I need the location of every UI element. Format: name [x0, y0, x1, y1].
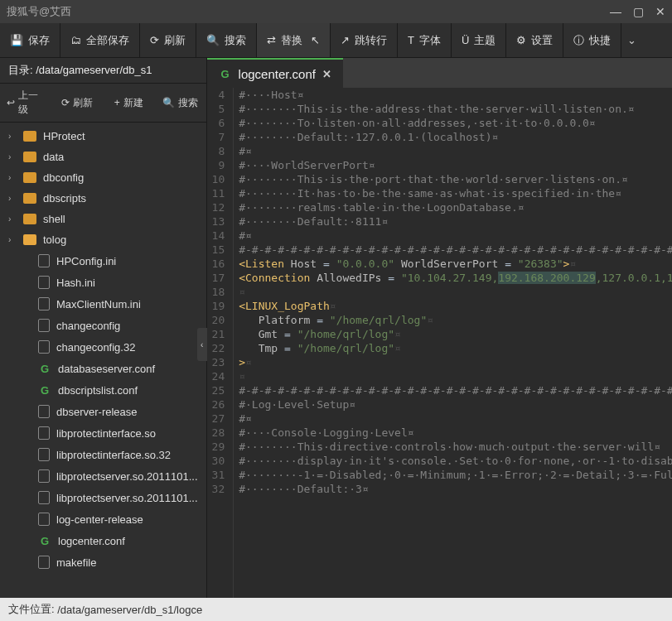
- file-icon: [38, 340, 50, 354]
- save-button[interactable]: 💾保存: [0, 23, 60, 57]
- current-directory: 目录: /data/gameserver/db_s1: [0, 58, 206, 83]
- jump-button[interactable]: ↗跳转行: [331, 23, 398, 57]
- code-content[interactable]: #····Host¤#········This·is·the·address·t…: [234, 88, 672, 598]
- tree-file[interactable]: Gdbscriptslist.conf: [0, 379, 206, 401]
- tree-folder[interactable]: ›data: [0, 147, 206, 167]
- tree-item-label: HProtect: [43, 130, 85, 142]
- theme-button[interactable]: Ü主题: [452, 23, 506, 57]
- tree-item-label: changeconfig.32: [56, 341, 135, 354]
- file-tree[interactable]: ›HProtect›data›dbconfig›dbscripts›shell›…: [0, 123, 206, 598]
- tree-file[interactable]: changeconfig.32: [0, 336, 206, 358]
- font-button[interactable]: T字体: [398, 23, 452, 57]
- replace-icon: ⇄: [267, 34, 276, 46]
- tree-file[interactable]: dbserver-release: [0, 401, 206, 422]
- tab-close-icon[interactable]: ✕: [322, 68, 331, 80]
- tab-logcenter[interactable]: G logcenter.conf ✕: [207, 58, 343, 88]
- statusbar: 文件位置: /data/gameserver/db_s1/logce: [0, 598, 672, 621]
- code-editor[interactable]: 4567891011121314151617181920212223242526…: [207, 88, 672, 598]
- conf-file-icon: G: [38, 383, 51, 397]
- tree-file[interactable]: libprotectserver.so.2011101...: [0, 465, 206, 487]
- file-icon: [38, 426, 50, 440]
- tree-file[interactable]: MaxClientNum.ini: [0, 293, 206, 315]
- plus-icon: +: [114, 97, 120, 108]
- explorer-search-button[interactable]: 🔍搜索: [154, 84, 205, 122]
- tree-file[interactable]: libprotectinterface.so: [0, 422, 206, 444]
- tree-item-label: data: [43, 151, 64, 163]
- sidebar-collapse-handle[interactable]: ‹: [197, 328, 207, 361]
- save-all-button[interactable]: 🗂全部保存: [60, 23, 140, 57]
- tree-file[interactable]: Glogcenter.conf: [0, 530, 206, 551]
- conf-file-icon: G: [38, 534, 51, 547]
- tree-item-label: changeconfig: [56, 320, 120, 332]
- shortcut-icon: ⓘ: [573, 33, 584, 48]
- editor-pane: ‹ G logcenter.conf ✕ 4567891011121314151…: [207, 58, 672, 598]
- minimize-icon[interactable]: —: [610, 5, 621, 18]
- tree-folder[interactable]: ›shell: [0, 209, 206, 229]
- file-icon: [38, 513, 50, 526]
- explorer-refresh-button[interactable]: ⟳刷新: [51, 84, 103, 122]
- toolbar-overflow-button[interactable]: ⌄: [621, 23, 641, 57]
- folder-icon: [23, 172, 36, 183]
- close-icon[interactable]: ✕: [655, 5, 665, 18]
- tree-folder[interactable]: ›HProtect: [0, 126, 206, 147]
- tree-item-label: databaseserver.conf: [58, 363, 155, 375]
- tree-folder[interactable]: ›dbscripts: [0, 188, 206, 209]
- tree-file[interactable]: Hash.ini: [0, 272, 206, 293]
- file-icon: [38, 491, 50, 504]
- tab-label: logcenter.conf: [239, 67, 316, 81]
- file-icon: [38, 448, 50, 461]
- tree-file[interactable]: HPConfig.ini: [0, 250, 206, 272]
- conf-file-icon: G: [219, 67, 232, 80]
- search-icon: 🔍: [162, 97, 175, 108]
- folder-icon: [23, 152, 36, 162]
- folder-icon: [23, 193, 36, 204]
- tree-item-label: MaxClientNum.ini: [56, 298, 141, 310]
- caret-icon: ›: [8, 194, 17, 203]
- caret-icon: ›: [8, 132, 17, 141]
- tree-item-label: dbserver-release: [56, 406, 138, 418]
- tree-file[interactable]: Gdatabaseserver.conf: [0, 358, 206, 379]
- up-icon: ↩: [7, 97, 15, 108]
- tree-item-label: libprotectinterface.so: [56, 427, 156, 440]
- file-icon: [38, 297, 50, 310]
- tree-file[interactable]: libprotectserver.so.2011101...: [0, 487, 206, 508]
- conf-file-icon: G: [38, 362, 51, 375]
- tree-file[interactable]: libprotectinterface.so.32: [0, 444, 206, 465]
- caret-icon: ›: [8, 235, 17, 244]
- tree-item-label: libprotectserver.so.2011101...: [56, 470, 198, 483]
- up-level-button[interactable]: ↩上一级: [0, 84, 51, 122]
- tree-folder[interactable]: ›dbconfig: [0, 167, 206, 188]
- refresh-icon: ⟳: [61, 97, 70, 108]
- shortcuts-button[interactable]: ⓘ快捷: [563, 23, 621, 57]
- tree-item-label: shell: [43, 213, 65, 225]
- tree-item-label: libprotectinterface.so.32: [56, 449, 171, 461]
- tab-bar: G logcenter.conf ✕: [207, 58, 672, 88]
- tree-file[interactable]: changeconfig: [0, 315, 206, 336]
- settings-button[interactable]: ⚙设置: [506, 23, 563, 57]
- directory-path: /data/gameserver/db_s1: [36, 64, 152, 76]
- tree-folder[interactable]: ›tolog: [0, 229, 206, 250]
- tree-item-label: dbconfig: [43, 171, 84, 184]
- tree-file[interactable]: makefile: [0, 551, 206, 573]
- search-button[interactable]: 🔍搜索: [196, 23, 257, 57]
- caret-icon: ›: [8, 152, 17, 161]
- refresh-button[interactable]: ⟳刷新: [140, 23, 196, 57]
- file-icon: [38, 469, 50, 483]
- tree-item-label: makefile: [56, 556, 96, 569]
- gear-icon: ⚙: [516, 34, 526, 46]
- tree-file[interactable]: log-center-release: [0, 508, 206, 530]
- status-path: /data/gameserver/db_s1/logce: [57, 604, 202, 616]
- search-icon: 🔍: [206, 34, 220, 46]
- folder-icon: [23, 131, 36, 142]
- tree-item-label: dbscripts: [43, 192, 86, 205]
- file-explorer: 目录: /data/gameserver/db_s1 ↩上一级 ⟳刷新 +新建 …: [0, 58, 207, 598]
- font-icon: T: [408, 34, 414, 46]
- tree-item-label: tolog: [43, 233, 66, 246]
- replace-button[interactable]: ⇄替换↖: [257, 23, 331, 57]
- maximize-icon[interactable]: ▢: [633, 5, 644, 18]
- tree-item-label: logcenter.conf: [58, 535, 125, 547]
- file-icon: [38, 276, 50, 289]
- folder-icon: [23, 234, 36, 245]
- new-button[interactable]: +新建: [103, 84, 154, 122]
- window-controls: — ▢ ✕: [610, 5, 665, 18]
